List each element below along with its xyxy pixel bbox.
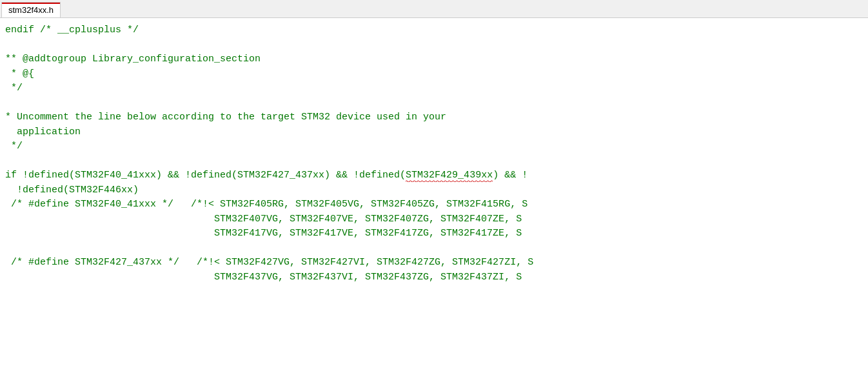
code-line-14: STM32F407VG, STM32F407VE, STM32F407ZG, S… [5, 212, 868, 227]
code-text: * @{ [5, 68, 34, 79]
code-text: */ [5, 83, 23, 94]
code-line-8: application [5, 125, 868, 140]
code-line-5: */ [5, 81, 868, 96]
code-area: endif /* __cplusplus */ ** @addtogroup L… [0, 18, 868, 375]
code-line-11: if !defined(STM32F40_41xxx) && !defined(… [5, 168, 868, 183]
code-text: ** @addtogroup Library_configuration_sec… [5, 54, 261, 65]
code-text-after-underline: ) && ! [493, 170, 528, 181]
code-text: !defined(STM32F446xx) [5, 185, 139, 196]
code-text: /* #define STM32F427_437xx */ /*!< STM32… [5, 257, 533, 268]
code-text-before-underline: if !defined(STM32F40_41xxx) && !defined(… [5, 170, 406, 181]
code-text: */ [5, 141, 23, 152]
code-text: STM32F407VG, STM32F407VE, STM32F407ZG, S… [5, 214, 522, 225]
code-line-9: */ [5, 139, 868, 154]
code-text: application [5, 127, 81, 137]
code-line-4: * @{ [5, 67, 868, 82]
code-line-12: !defined(STM32F446xx) [5, 183, 868, 198]
tab-label: stm32f4xx.h [8, 5, 54, 15]
tab-stm32f4xx[interactable]: stm32f4xx.h [1, 2, 61, 17]
code-line-empty-3 [5, 154, 868, 169]
code-line-13: /* #define STM32F40_41xxx */ /*!< STM32F… [5, 198, 868, 212]
code-text: STM32F437VG, STM32F437VI, STM32F437ZG, S… [5, 272, 522, 283]
code-line-15: STM32F417VG, STM32F417VE, STM32F417ZG, S… [5, 227, 868, 241]
underlined-code-segment: STM32F429_439xx [406, 170, 493, 181]
code-line-empty-1 [5, 38, 868, 53]
code-text: STM32F417VG, STM32F417VE, STM32F417ZG, S… [5, 228, 522, 239]
code-text: /* #define STM32F40_41xxx */ /*!< STM32F… [5, 199, 528, 210]
code-line-empty-2 [5, 96, 868, 111]
code-text: * Uncomment the line below according to … [5, 112, 446, 123]
code-line-17: /* #define STM32F427_437xx */ /*!< STM32… [5, 256, 868, 270]
code-line-18: STM32F437VG, STM32F437VI, STM32F437ZG, S… [5, 270, 868, 285]
code-line-7: * Uncomment the line below according to … [5, 110, 868, 125]
code-line-empty-4 [5, 241, 868, 256]
code-line-1: endif /* __cplusplus */ [5, 23, 868, 38]
code-line-3: ** @addtogroup Library_configuration_sec… [5, 52, 868, 67]
tab-bar: stm32f4xx.h [0, 0, 868, 18]
code-text: endif /* __cplusplus */ [5, 25, 139, 35]
